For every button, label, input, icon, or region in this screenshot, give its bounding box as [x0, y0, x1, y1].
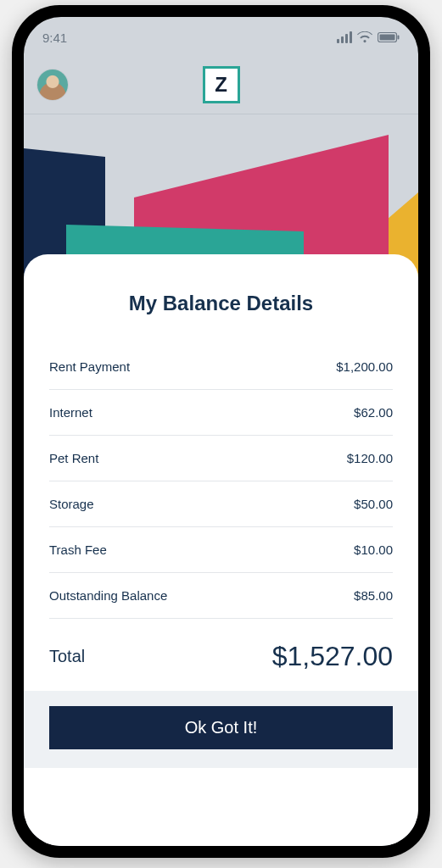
row-label: Storage — [49, 497, 94, 511]
total-row: Total $1,527.00 — [24, 619, 418, 691]
row-amount: $62.00 — [354, 405, 393, 420]
balance-row: Outstanding Balance $85.00 — [49, 573, 393, 619]
sheet-title: My Balance Details — [24, 254, 418, 344]
svg-rect-1 — [398, 36, 400, 40]
balance-row: Rent Payment $1,200.00 — [49, 344, 393, 390]
svg-rect-2 — [380, 35, 395, 41]
phone-frame: 9:41 Z — [12, 5, 430, 858]
sheet-footer: Ok Got It! — [24, 691, 418, 768]
row-amount: $120.00 — [347, 451, 393, 465]
signal-icon — [337, 31, 352, 43]
app-header: Z — [24, 58, 418, 114]
row-label: Pet Rent — [49, 451, 98, 465]
row-label: Trash Fee — [49, 542, 107, 557]
balance-row: Pet Rent $120.00 — [49, 436, 393, 481]
status-time: 9:41 — [42, 31, 67, 45]
avatar[interactable] — [37, 70, 68, 100]
app-logo-letter: Z — [215, 73, 227, 97]
balance-row: Internet $62.00 — [49, 390, 393, 436]
wifi-icon — [357, 31, 372, 43]
row-label: Outstanding Balance — [49, 588, 167, 603]
row-amount: $50.00 — [354, 497, 393, 511]
screen: 9:41 Z — [24, 17, 418, 846]
row-amount: $85.00 — [354, 588, 393, 603]
balance-sheet: My Balance Details Rent Payment $1,200.0… — [24, 254, 418, 846]
total-label: Total — [49, 647, 85, 666]
row-amount: $1,200.00 — [336, 359, 393, 374]
app-logo[interactable]: Z — [203, 66, 240, 103]
balance-row: Trash Fee $10.00 — [49, 527, 393, 573]
status-bar: 9:41 — [24, 17, 418, 58]
total-amount: $1,527.00 — [272, 641, 393, 672]
row-label: Rent Payment — [49, 359, 130, 374]
balance-rows: Rent Payment $1,200.00 Internet $62.00 P… — [24, 344, 418, 619]
balance-row: Storage $50.00 — [49, 481, 393, 527]
ok-got-it-button[interactable]: Ok Got It! — [49, 706, 393, 749]
row-label: Internet — [49, 405, 92, 420]
battery-icon — [378, 31, 400, 43]
row-amount: $10.00 — [354, 542, 393, 557]
